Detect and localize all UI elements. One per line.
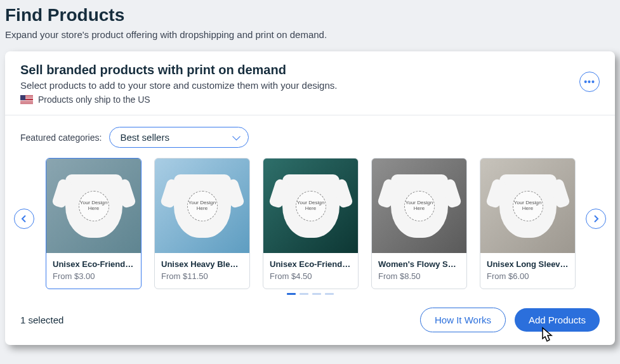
product-name: Women's Flowy Scoop ... [378,259,460,269]
product-image: Your Design Here [480,159,575,253]
page-subtitle: Expand your store's product offering wit… [5,29,615,40]
category-select[interactable]: Best sellers [109,127,249,148]
carousel-prev-button[interactable] [14,209,34,229]
design-placeholder: Your Design Here [296,191,326,221]
design-placeholder: Your Design Here [404,191,435,221]
card-title: Sell branded products with print on dema… [20,63,600,77]
product-image: Your Design Here [46,159,141,253]
page-dot[interactable] [300,293,308,295]
product-price: From $3.00 [53,271,135,281]
product-card[interactable]: Your Design Here Unisex Heavy Blend H...… [154,158,250,289]
design-placeholder: Your Design Here [187,191,218,221]
product-card[interactable]: Your Design Here Unisex Eco-Friendly Co.… [263,158,359,289]
chevron-left-icon [20,215,28,223]
product-name: Unisex Long Sleeve T-... [487,259,569,269]
product-price: From $4.50 [270,271,352,281]
selected-count: 1 selected [20,315,63,325]
product-list: Your Design Here Unisex Eco-Friendly He.… [46,158,574,289]
page-dot[interactable] [312,293,321,295]
product-name: Unisex Heavy Blend H... [161,259,243,269]
page-dot[interactable] [287,293,296,295]
pod-card: Sell branded products with print on dema… [5,51,615,345]
product-card[interactable]: Your Design Here Women's Flowy Scoop ...… [371,158,467,289]
product-card[interactable]: Your Design Here Unisex Eco-Friendly He.… [46,158,142,289]
ship-notice: Products only ship to the US [20,94,600,105]
design-placeholder: Your Design Here [79,191,109,221]
product-price: From $6.00 [487,271,569,281]
more-options-button[interactable]: ••• [579,72,600,92]
us-flag-icon [20,95,33,104]
product-name: Unisex Eco-Friendly Co... [270,259,352,269]
design-placeholder: Your Design Here [513,191,543,221]
add-products-button[interactable]: Add Products [515,308,600,332]
product-card[interactable]: Your Design Here Unisex Long Sleeve T-..… [480,158,576,289]
chevron-right-icon [592,215,600,223]
pagination-dots [20,289,600,297]
product-image: Your Design Here [372,159,466,253]
product-image: Your Design Here [155,159,249,253]
how-it-works-button[interactable]: How It Works [420,308,506,332]
ship-notice-text: Products only ship to the US [38,94,150,105]
page-title: Find Products [5,5,615,25]
product-price: From $11.50 [161,271,243,281]
filters-row: Featured categories: Best sellers [5,115,615,152]
category-select-value: Best sellers [120,132,169,143]
card-footer: 1 selected How It Works Add Products [5,302,615,345]
carousel-next-button[interactable] [586,209,606,229]
filters-label: Featured categories: [20,133,102,143]
product-image: Your Design Here [263,159,358,253]
product-price: From $8.50 [378,271,460,281]
card-subtitle: Select products to add to your store and… [20,80,600,91]
card-header: Sell branded products with print on dema… [5,51,615,115]
product-name: Unisex Eco-Friendly He... [53,259,135,269]
page-dot[interactable] [325,293,334,295]
carousel: Your Design Here Unisex Eco-Friendly He.… [5,152,615,302]
